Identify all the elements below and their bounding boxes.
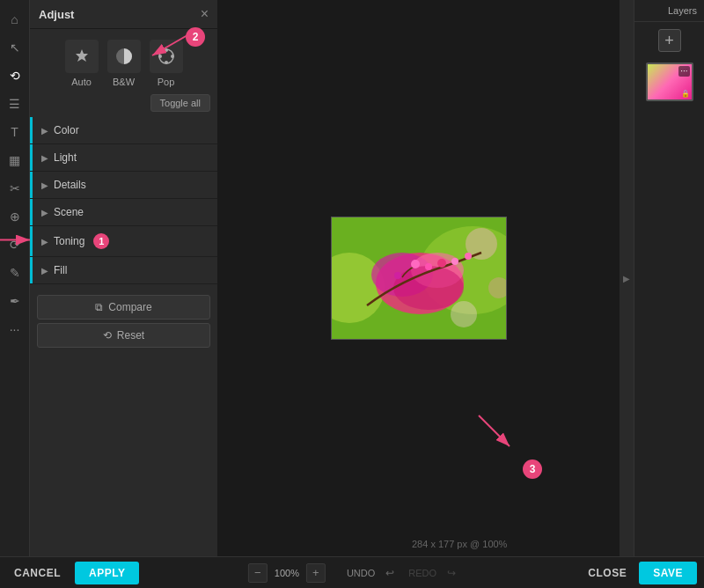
fill-section: ▶ Fill bbox=[30, 257, 217, 284]
home-icon[interactable]: ⌂ bbox=[3, 7, 27, 32]
color-label: Color bbox=[54, 124, 79, 136]
adjust-header: Adjust × bbox=[30, 0, 217, 29]
pop-preset-button[interactable]: Pop bbox=[150, 40, 183, 87]
crop-icon[interactable]: ✂ bbox=[3, 176, 27, 201]
bw-label: B&W bbox=[113, 77, 135, 87]
canvas-info: 284 x 177 px @ 100% bbox=[412, 539, 507, 549]
cursor-icon[interactable]: ↖ bbox=[3, 35, 27, 60]
auto-preset-button[interactable]: Auto bbox=[65, 40, 99, 87]
pen-icon[interactable]: ✒ bbox=[3, 289, 27, 313]
zoom-level: 100% bbox=[271, 568, 303, 578]
layer-item: 🔒 bbox=[634, 59, 704, 105]
bottom-left: CANCEL APPLY bbox=[7, 562, 139, 584]
close-button[interactable]: CLOSE bbox=[581, 563, 634, 583]
toning-header[interactable]: ▶ Toning 1 bbox=[30, 226, 217, 256]
scene-label: Scene bbox=[54, 206, 84, 218]
svg-point-2 bbox=[165, 48, 168, 52]
details-arrow-icon: ▶ bbox=[41, 180, 48, 190]
preset-area: Auto B&W bbox=[30, 29, 217, 92]
toning-label: Toning bbox=[54, 235, 84, 247]
light-header[interactable]: ▶ Light bbox=[30, 144, 217, 171]
toning-section: ▶ Toning 1 bbox=[30, 226, 217, 257]
adjust-panel: Adjust × Auto bbox=[30, 0, 218, 556]
svg-point-20 bbox=[411, 260, 420, 268]
photo-container bbox=[331, 217, 507, 340]
color-arrow-icon: ▶ bbox=[41, 126, 48, 136]
annotation-badge-3: 3 bbox=[523, 459, 542, 479]
bw-preset-button[interactable]: B&W bbox=[107, 40, 141, 87]
details-header[interactable]: ▶ Details bbox=[30, 172, 217, 198]
toggle-all-button[interactable]: Toggle all bbox=[150, 94, 210, 112]
details-label: Details bbox=[54, 179, 86, 191]
preset-row: Auto B&W bbox=[30, 29, 217, 92]
scene-section: ▶ Scene bbox=[30, 199, 217, 226]
save-button[interactable]: SAVE bbox=[639, 562, 697, 584]
fill-header[interactable]: ▶ Fill bbox=[30, 257, 217, 283]
details-section: ▶ Details bbox=[30, 172, 217, 199]
more-icon[interactable]: ··· bbox=[3, 317, 27, 342]
light-section: ▶ Light bbox=[30, 144, 217, 172]
compare-button[interactable]: ⧉ Compare bbox=[37, 295, 210, 320]
svg-point-19 bbox=[451, 301, 477, 327]
grid-icon[interactable]: ▦ bbox=[3, 148, 27, 173]
action-buttons: ⧉ Compare ⟲ Reset bbox=[30, 288, 217, 355]
brush-icon[interactable]: ✎ bbox=[3, 261, 27, 285]
scene-header[interactable]: ▶ Scene bbox=[30, 199, 217, 225]
bottom-center: − 100% + UNDO ↩ REDO ↪ bbox=[248, 563, 456, 583]
fill-label: Fill bbox=[54, 264, 67, 276]
layers-title: Layers bbox=[634, 0, 704, 22]
bottom-right: CLOSE SAVE bbox=[581, 562, 697, 584]
undo-icon: ↩ bbox=[385, 567, 394, 579]
layers-icon[interactable]: ☰ bbox=[3, 92, 27, 116]
compare-label: Compare bbox=[108, 301, 151, 313]
svg-point-5 bbox=[158, 55, 162, 58]
text-icon[interactable]: T bbox=[3, 120, 27, 144]
canvas-area: 3 284 x 177 px @ 100% bbox=[218, 0, 620, 556]
fill-arrow-icon: ▶ bbox=[41, 266, 48, 276]
reset-icon: ⟲ bbox=[103, 329, 112, 342]
cancel-button[interactable]: CANCEL bbox=[7, 563, 68, 583]
redo-icon: ↪ bbox=[447, 567, 456, 579]
transform-icon[interactable]: ⊕ bbox=[3, 204, 27, 229]
pop-label: Pop bbox=[158, 77, 175, 87]
zoom-in-button[interactable]: + bbox=[306, 563, 326, 583]
layer-thumbnail[interactable]: 🔒 bbox=[646, 62, 693, 101]
collapse-arrow[interactable]: ▶ bbox=[620, 0, 634, 556]
svg-point-3 bbox=[171, 55, 174, 58]
bw-preset-icon bbox=[107, 40, 141, 73]
compare-icon: ⧉ bbox=[95, 301, 103, 313]
adjust-icon[interactable]: ⟲ bbox=[3, 63, 27, 88]
color-header[interactable]: ▶ Color bbox=[30, 117, 217, 143]
zoom-out-button[interactable]: − bbox=[248, 563, 268, 583]
svg-point-25 bbox=[394, 272, 401, 279]
layers-panel: Layers + 🔒 bbox=[634, 0, 704, 556]
svg-point-21 bbox=[425, 263, 432, 270]
bottom-toolbar: CANCEL APPLY − 100% + UNDO ↩ REDO ↪ CLOS… bbox=[0, 556, 704, 588]
reset-label: Reset bbox=[117, 329, 144, 342]
svg-point-24 bbox=[465, 253, 472, 260]
accordion-list: ▶ Color ▶ Light ▶ Details ▶ Scene bbox=[30, 117, 217, 284]
svg-line-27 bbox=[479, 415, 510, 446]
light-arrow-icon: ▶ bbox=[41, 153, 48, 163]
svg-point-23 bbox=[451, 258, 458, 265]
layer-lock-icon: 🔒 bbox=[681, 90, 690, 98]
light-label: Light bbox=[54, 151, 77, 164]
photo-canvas bbox=[331, 217, 507, 340]
redo-button[interactable]: REDO bbox=[401, 564, 444, 582]
auto-label: Auto bbox=[71, 77, 92, 87]
reset-button[interactable]: ⟲ Reset bbox=[37, 323, 210, 348]
left-toolbar: ⌂ ↖ ⟲ ☰ T ▦ ✂ ⊕ ⟳ ✎ ✒ ··· bbox=[0, 0, 30, 556]
rotate-icon[interactable]: ⟳ bbox=[3, 232, 27, 257]
apply-button[interactable]: APPLY bbox=[75, 562, 139, 584]
toning-arrow-icon: ▶ bbox=[41, 237, 48, 246]
add-layer-button[interactable]: + bbox=[658, 29, 681, 52]
svg-point-22 bbox=[437, 259, 446, 268]
scene-arrow-icon: ▶ bbox=[41, 208, 48, 217]
adjust-close-icon[interactable]: × bbox=[201, 7, 209, 21]
adjust-title: Adjust bbox=[39, 8, 74, 21]
color-section: ▶ Color bbox=[30, 117, 217, 144]
toggle-all-row: Toggle all bbox=[30, 92, 217, 117]
toning-badge: 1 bbox=[93, 233, 109, 249]
undo-button[interactable]: UNDO bbox=[340, 564, 382, 582]
pop-preset-icon bbox=[150, 40, 183, 73]
